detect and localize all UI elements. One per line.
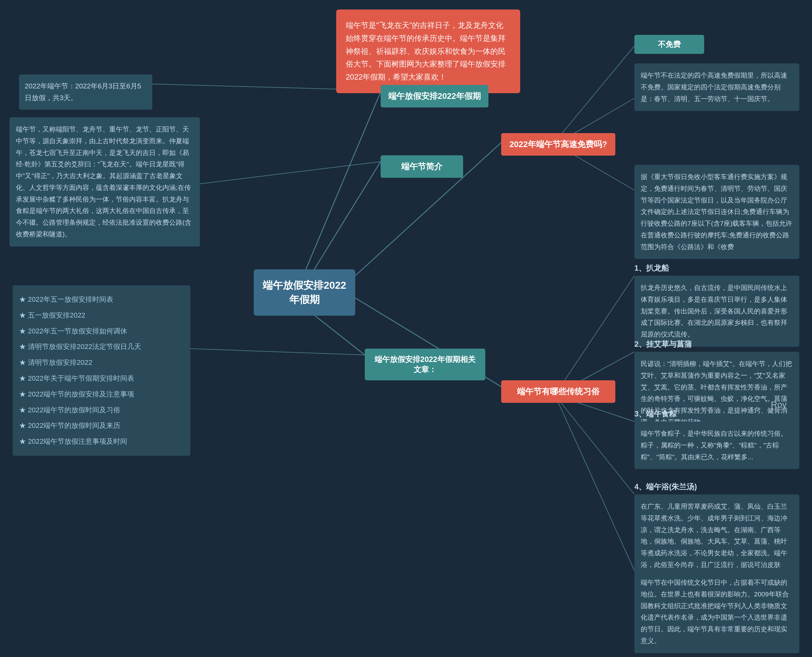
top-intro-box: 端午节是"飞龙在天"的吉祥日子，龙及龙舟文化始终贯穿在端午节的传承历史中。端午节… [336,9,520,93]
list-item: ★ 清明节放假安排2022 [19,355,184,371]
branch-articles-list: ★ 2022年五一放假安排时间表★ 五一放假安排2022★ 2022年五一节放假… [13,285,190,456]
branch-holiday-title: 端午放假安排2022年假期 [381,85,489,107]
branch-holiday-label: 端午放假安排2022年假期 [388,91,481,101]
branch-intro-title: 端午节简介 [381,155,463,178]
svg-line-11 [558,399,634,494]
custom-item4-label: 4、端午浴(朱兰汤) [634,482,697,492]
list-item: ★ 2022年关于端午节假期安排时间表 [19,371,184,386]
list-item: ★ 2022端午节的放假时间及来历 [19,418,184,434]
list-item: ★ 五一放假安排2022 [19,307,184,323]
list-item: ★ 2022年五一节放假安排如何调休 [19,323,184,339]
branch-intro-detail: 端午节，又称端阳节、龙舟节、重午节、龙节、正阳节、天中节等，源自天象崇拜，由上古… [9,117,200,247]
highway-detail2: 据《重大节假日免收小型客车通行费实施方案》规定，免费通行时间为春节、清明节、劳动… [634,165,799,259]
svg-line-0 [304,92,381,272]
branch-customs-label: 端午节有哪些传统习俗 [517,387,600,396]
top-intro-text: 端午节是"飞龙在天"的吉祥日子，龙及龙舟文化始终贯穿在端午节的传承历史中。端午节… [346,21,506,81]
highway-sub1: 不免费 [634,35,704,54]
branch-articles-title: 端午放假安排2022年假期相关文章： [365,349,485,380]
custom-item2-label: 2、挂艾草与菖蒲 [634,339,692,349]
list-item: ★ 清明节放假安排2022法定节假日几天 [19,339,184,355]
svg-line-8 [558,276,634,390]
svg-line-15 [190,349,365,355]
branch-intro-label: 端午节简介 [401,162,442,171]
custom-item3-box: 端午节食粽子，是中华民族自古以来的传统习俗。粽子，属粽的一种，又称"角黍"、"棕… [634,422,799,469]
custom-item3-label: 3、端午食粽 [634,409,676,419]
svg-line-1 [304,162,381,285]
central-label: 端午放假安排2022年假期 [262,280,346,305]
signature: Roy [771,400,787,410]
highway-detail1: 端午节不在法定的四个高速免费假期里，所以高速不免费。国家规定的四个法定假期高速免… [634,63,799,111]
svg-line-5 [558,46,634,138]
custom-item1-box: 扒龙舟历史悠久，自古流传，是中国民间传统水上体育娱乐项目，多是在喜庆节日举行，是… [634,276,799,347]
custom-item1-label: 1、扒龙船 [634,263,669,273]
svg-line-14 [200,162,381,184]
highway-sub1-label: 不免费 [658,40,681,48]
highway-detail2-text: 据《重大节假日免收小型客车通行费实施方案》规定，免费通行时间为春节、清明节、劳动… [641,173,792,251]
branch-customs-title: 端午节有哪些传统习俗 [501,380,615,403]
list-item: ★ 2022端午节放假注意事项及时间 [19,434,184,449]
list-item: ★ 2022年五一放假安排时间表 [19,291,184,307]
intro-detail-text: 端午节，又称端阳节、龙舟节、重午节、龙节、正阳节、天中节等，源自天象崇拜，由上古… [16,126,191,238]
branch-highway-label: 2022年端午节高速免费吗? [509,139,607,149]
custom-item5-box: 端午节在中国传统文化节日中，占据着不可或缺的地位。在世界上也有着很深的影响力。2… [634,570,799,653]
signature-text: Roy [771,400,787,409]
highway-detail1-text: 端午节不在法定的四个高速免费假期里，所以高速不免费。国家规定的四个法定假期高速免… [641,72,787,102]
list-item: ★ 2022端午节的放假时间及习俗 [19,402,184,418]
list-item: ★ 2022端午节的放假安排及注意事项 [19,386,184,402]
svg-line-12 [558,403,634,570]
holiday-detail-text: 2022年端午节：2022年6月3日至6月5日放假，共3天。 [25,82,141,102]
branch-holiday-detail: 2022年端午节：2022年6月3日至6月5日放假，共3天。 [19,75,152,110]
branch-articles-label: 端午放假安排2022年假期相关文章： [375,355,475,374]
branch-highway-title: 2022年端午节高速免费吗? [501,133,615,156]
central-node: 端午放假安排2022年假期 [254,269,355,316]
mindmap-container: 端午节是"飞龙在天"的吉祥日子，龙及龙舟文化始终贯穿在端午节的传承历史中。端午节… [0,0,812,657]
